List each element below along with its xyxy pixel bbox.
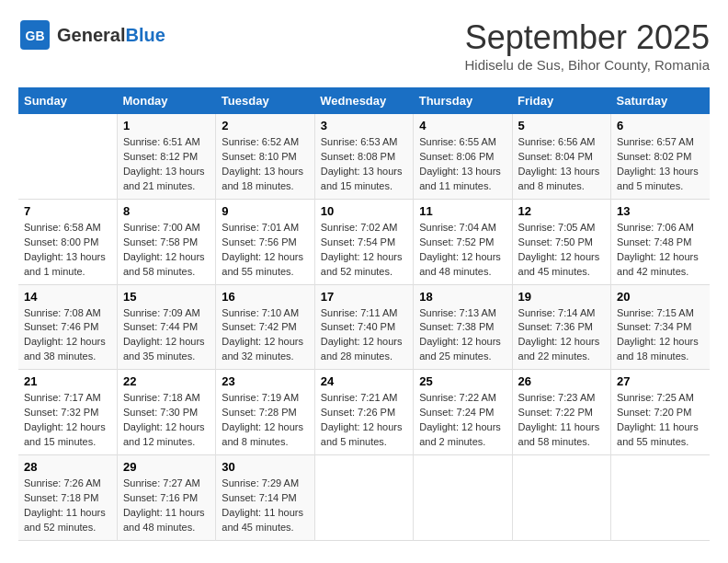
- calendar-cell: 10Sunrise: 7:02 AMSunset: 7:54 PMDayligh…: [314, 199, 413, 284]
- calendar-cell: 13Sunrise: 7:06 AMSunset: 7:48 PMDayligh…: [611, 199, 710, 284]
- day-info: Sunrise: 6:57 AMSunset: 8:02 PMDaylight:…: [617, 135, 704, 194]
- page-header: GB GeneralBlue September 2025 Hidiselu d…: [18, 18, 710, 73]
- day-info: Sunrise: 7:13 AMSunset: 7:38 PMDaylight:…: [419, 306, 506, 365]
- day-number: 26: [518, 374, 605, 388]
- day-number: 4: [419, 119, 506, 132]
- calendar-week-row: 7Sunrise: 6:58 AMSunset: 8:00 PMDaylight…: [18, 199, 710, 284]
- weekday-header-friday: Friday: [512, 87, 610, 114]
- weekday-header-sunday: Sunday: [18, 87, 117, 114]
- day-info: Sunrise: 7:27 AMSunset: 7:16 PMDaylight:…: [123, 477, 210, 535]
- day-info: Sunrise: 7:00 AMSunset: 7:58 PMDaylight:…: [123, 221, 210, 280]
- day-number: 18: [419, 290, 506, 304]
- logo-general: GeneralBlue: [57, 25, 165, 45]
- calendar-cell: 9Sunrise: 7:01 AMSunset: 7:56 PMDaylight…: [216, 199, 314, 284]
- month-title: September 2025: [464, 18, 710, 57]
- day-number: 6: [617, 119, 704, 132]
- svg-text:GB: GB: [26, 29, 45, 43]
- day-info: Sunrise: 7:01 AMSunset: 7:56 PMDaylight:…: [222, 221, 308, 280]
- day-info: Sunrise: 7:21 AMSunset: 7:26 PMDaylight:…: [321, 391, 407, 450]
- day-info: Sunrise: 7:19 AMSunset: 7:28 PMDaylight:…: [222, 391, 308, 450]
- day-number: 13: [617, 204, 704, 218]
- calendar-cell: 26Sunrise: 7:23 AMSunset: 7:22 PMDayligh…: [512, 370, 610, 455]
- day-number: 11: [419, 204, 506, 218]
- day-info: Sunrise: 7:23 AMSunset: 7:22 PMDaylight:…: [518, 391, 605, 450]
- calendar-cell: 5Sunrise: 6:56 AMSunset: 8:04 PMDaylight…: [512, 114, 610, 199]
- day-number: 8: [123, 204, 210, 218]
- day-number: 2: [222, 119, 308, 132]
- logo-icon: GB: [18, 18, 51, 52]
- calendar-cell: 21Sunrise: 7:17 AMSunset: 7:32 PMDayligh…: [18, 370, 117, 455]
- day-info: Sunrise: 7:14 AMSunset: 7:36 PMDaylight:…: [518, 306, 605, 365]
- day-info: Sunrise: 7:04 AMSunset: 7:52 PMDaylight:…: [419, 221, 506, 280]
- day-info: Sunrise: 7:17 AMSunset: 7:32 PMDaylight:…: [24, 391, 111, 450]
- calendar-cell: 16Sunrise: 7:10 AMSunset: 7:42 PMDayligh…: [216, 284, 314, 370]
- day-number: 14: [24, 290, 111, 304]
- day-info: Sunrise: 6:56 AMSunset: 8:04 PMDaylight:…: [518, 135, 605, 194]
- day-number: 7: [24, 204, 111, 218]
- day-info: Sunrise: 6:51 AMSunset: 8:12 PMDaylight:…: [123, 135, 210, 194]
- day-info: Sunrise: 6:55 AMSunset: 8:06 PMDaylight:…: [419, 135, 506, 194]
- calendar-cell: [314, 455, 413, 541]
- day-number: 12: [518, 204, 605, 218]
- location-title: Hidiselu de Sus, Bihor County, Romania: [464, 57, 710, 73]
- calendar-header-row: SundayMondayTuesdayWednesdayThursdayFrid…: [18, 87, 710, 114]
- calendar-cell: 12Sunrise: 7:05 AMSunset: 7:50 PMDayligh…: [512, 199, 610, 284]
- calendar-cell: 30Sunrise: 7:29 AMSunset: 7:14 PMDayligh…: [216, 455, 314, 541]
- day-info: Sunrise: 7:02 AMSunset: 7:54 PMDaylight:…: [321, 221, 407, 280]
- calendar-cell: 15Sunrise: 7:09 AMSunset: 7:44 PMDayligh…: [117, 284, 215, 370]
- calendar-cell: 6Sunrise: 6:57 AMSunset: 8:02 PMDaylight…: [611, 114, 710, 199]
- calendar-cell: 1Sunrise: 6:51 AMSunset: 8:12 PMDaylight…: [117, 114, 215, 199]
- day-info: Sunrise: 6:58 AMSunset: 8:00 PMDaylight:…: [24, 221, 111, 280]
- calendar-cell: 23Sunrise: 7:19 AMSunset: 7:28 PMDayligh…: [216, 370, 314, 455]
- day-number: 19: [518, 290, 605, 304]
- calendar-cell: 3Sunrise: 6:53 AMSunset: 8:08 PMDaylight…: [314, 114, 413, 199]
- calendar-cell: 19Sunrise: 7:14 AMSunset: 7:36 PMDayligh…: [512, 284, 610, 370]
- day-number: 21: [24, 374, 111, 388]
- calendar-cell: [611, 455, 710, 541]
- day-number: 22: [123, 374, 210, 388]
- calendar-table: SundayMondayTuesdayWednesdayThursdayFrid…: [18, 87, 710, 541]
- day-info: Sunrise: 7:18 AMSunset: 7:30 PMDaylight:…: [123, 391, 210, 450]
- day-info: Sunrise: 7:10 AMSunset: 7:42 PMDaylight:…: [222, 306, 308, 365]
- day-info: Sunrise: 7:22 AMSunset: 7:24 PMDaylight:…: [419, 391, 506, 450]
- day-info: Sunrise: 7:05 AMSunset: 7:50 PMDaylight:…: [518, 221, 605, 280]
- day-number: 30: [222, 460, 308, 474]
- day-info: Sunrise: 7:26 AMSunset: 7:18 PMDaylight:…: [24, 477, 111, 535]
- day-info: Sunrise: 7:08 AMSunset: 7:46 PMDaylight:…: [24, 306, 111, 365]
- calendar-cell: 8Sunrise: 7:00 AMSunset: 7:58 PMDaylight…: [117, 199, 215, 284]
- calendar-cell: 27Sunrise: 7:25 AMSunset: 7:20 PMDayligh…: [611, 370, 710, 455]
- calendar-cell: 18Sunrise: 7:13 AMSunset: 7:38 PMDayligh…: [414, 284, 512, 370]
- day-info: Sunrise: 6:52 AMSunset: 8:10 PMDaylight:…: [222, 135, 308, 194]
- calendar-cell: 7Sunrise: 6:58 AMSunset: 8:00 PMDaylight…: [18, 199, 117, 284]
- calendar-cell: 20Sunrise: 7:15 AMSunset: 7:34 PMDayligh…: [611, 284, 710, 370]
- calendar-cell: [18, 114, 117, 199]
- calendar-cell: 11Sunrise: 7:04 AMSunset: 7:52 PMDayligh…: [414, 199, 512, 284]
- logo: GB GeneralBlue: [18, 18, 165, 52]
- day-number: 16: [222, 290, 308, 304]
- calendar-cell: [414, 455, 512, 541]
- day-info: Sunrise: 7:11 AMSunset: 7:40 PMDaylight:…: [321, 306, 407, 365]
- calendar-cell: 25Sunrise: 7:22 AMSunset: 7:24 PMDayligh…: [414, 370, 512, 455]
- day-number: 1: [123, 119, 210, 132]
- day-info: Sunrise: 7:06 AMSunset: 7:48 PMDaylight:…: [617, 221, 704, 280]
- calendar-week-row: 14Sunrise: 7:08 AMSunset: 7:46 PMDayligh…: [18, 284, 710, 370]
- weekday-header-saturday: Saturday: [611, 87, 710, 114]
- day-number: 20: [617, 290, 704, 304]
- day-info: Sunrise: 7:09 AMSunset: 7:44 PMDaylight:…: [123, 306, 210, 365]
- day-number: 15: [123, 290, 210, 304]
- day-number: 27: [617, 374, 704, 388]
- calendar-cell: 24Sunrise: 7:21 AMSunset: 7:26 PMDayligh…: [314, 370, 413, 455]
- calendar-week-row: 21Sunrise: 7:17 AMSunset: 7:32 PMDayligh…: [18, 370, 710, 455]
- calendar-week-row: 1Sunrise: 6:51 AMSunset: 8:12 PMDaylight…: [18, 114, 710, 199]
- calendar-cell: 14Sunrise: 7:08 AMSunset: 7:46 PMDayligh…: [18, 284, 117, 370]
- day-number: 3: [321, 119, 407, 132]
- calendar-cell: 4Sunrise: 6:55 AMSunset: 8:06 PMDaylight…: [414, 114, 512, 199]
- weekday-header-wednesday: Wednesday: [314, 87, 413, 114]
- calendar-cell: 28Sunrise: 7:26 AMSunset: 7:18 PMDayligh…: [18, 455, 117, 541]
- day-info: Sunrise: 7:29 AMSunset: 7:14 PMDaylight:…: [222, 477, 308, 535]
- calendar-cell: [512, 455, 610, 541]
- calendar-cell: 2Sunrise: 6:52 AMSunset: 8:10 PMDaylight…: [216, 114, 314, 199]
- day-info: Sunrise: 7:15 AMSunset: 7:34 PMDaylight:…: [617, 306, 704, 365]
- day-number: 28: [24, 460, 111, 474]
- calendar-week-row: 28Sunrise: 7:26 AMSunset: 7:18 PMDayligh…: [18, 455, 710, 541]
